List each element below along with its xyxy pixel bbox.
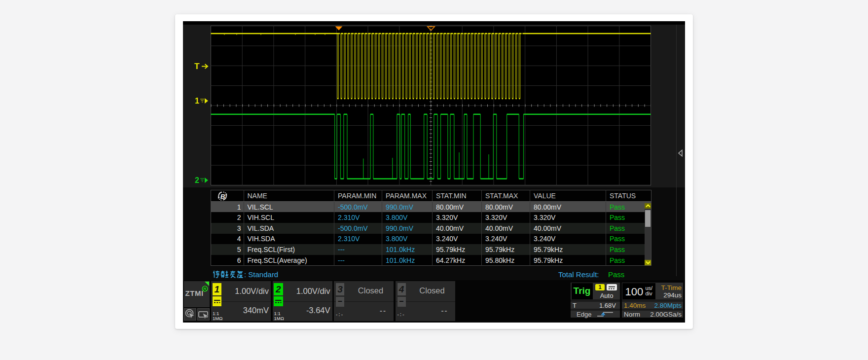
svg-text:1: 1: [195, 97, 199, 105]
svg-text:B: B: [220, 193, 225, 200]
svg-text:ZTMI: ZTMI: [185, 289, 204, 297]
svg-text:T: T: [194, 62, 200, 71]
svg-text:R: R: [203, 287, 207, 291]
svg-text:2: 2: [195, 176, 199, 184]
